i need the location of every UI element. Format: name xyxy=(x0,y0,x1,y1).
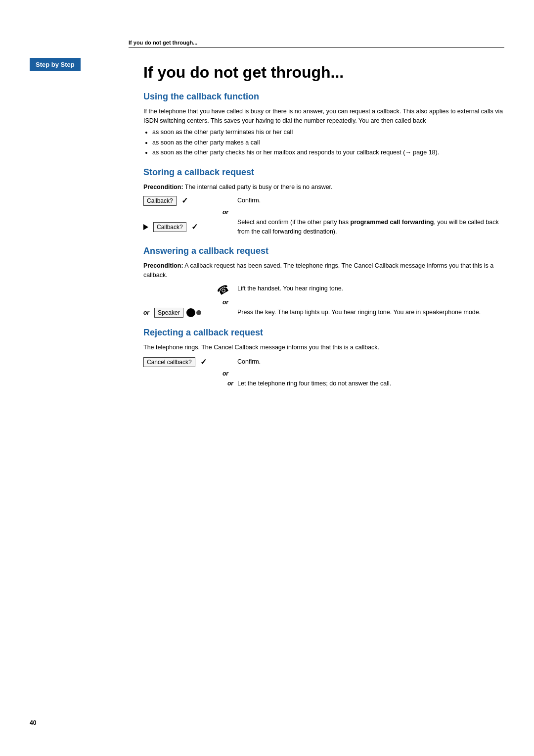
answering-precondition: Precondition: A callback request has bee… xyxy=(143,261,504,280)
storing-step-1-right: Confirm. xyxy=(237,196,504,206)
answering-step-2-right: Press the key. The lamp lights up. You h… xyxy=(237,308,504,318)
speaker-key: Speaker xyxy=(154,308,183,318)
storing-step-1-left: Callback? ✓ xyxy=(143,196,237,206)
or-divider-2: or xyxy=(143,299,504,306)
storing-step-1: Callback? ✓ Confirm. xyxy=(143,196,504,206)
storing-step-2: Callback? ✓ Select and confirm (if the o… xyxy=(143,218,504,236)
or-text-2: or xyxy=(222,299,228,306)
speaker-icon xyxy=(186,308,201,317)
page: If you do not get through... Step by Ste… xyxy=(0,0,534,756)
handset-icon: ☎ xyxy=(215,282,232,298)
callback-bullets: as soon as the other party terminates hi… xyxy=(152,128,504,157)
rejecting-step-1: Cancel callback? ✓ Confirm. xyxy=(143,357,504,367)
left-column: Step by Step xyxy=(30,58,138,391)
storing-precondition: Precondition: The internal called party … xyxy=(143,183,504,192)
step-by-step-label: Step by Step xyxy=(30,58,81,71)
right-column: If you do not get through... Using the c… xyxy=(138,58,504,391)
callback-key-2: Callback? xyxy=(153,222,186,232)
answering-step-2: or Speaker Press the key. The lamp light… xyxy=(143,308,504,318)
arrow-icon xyxy=(143,224,148,230)
or-divider-3: or xyxy=(143,370,504,377)
storing-step-2-left: Callback? ✓ xyxy=(143,218,237,236)
main-title: If you do not get through... xyxy=(143,63,504,82)
rejecting-step-1-right: Confirm. xyxy=(237,357,504,367)
checkmark-3: ✓ xyxy=(200,357,207,367)
using-callback-body: If the telephone that you have called is… xyxy=(143,107,504,157)
storing-step-2-right: Select and confirm (if the other party h… xyxy=(237,218,504,236)
bullet-3: as soon as the other party checks his or… xyxy=(152,148,504,157)
or-text-1: or xyxy=(222,209,228,216)
rejecting-step-2: or Let the telephone ring four times; do… xyxy=(143,379,504,388)
bullet-1: as soon as the other party terminates hi… xyxy=(152,128,504,137)
rejecting-step-2-left: or xyxy=(143,379,237,388)
answering-step-1: ☎ Lift the handset. You hear ringing ton… xyxy=(143,284,504,296)
cancel-callback-key: Cancel callback? xyxy=(143,357,195,367)
callback-key-1: Callback? xyxy=(143,196,177,206)
speaker-circle-small xyxy=(196,310,201,315)
or-inline: or xyxy=(143,309,149,316)
or-text-3: or xyxy=(222,370,228,377)
or-divider-1: or xyxy=(143,209,504,216)
rejecting-step-2-right: Let the telephone ring four times; do no… xyxy=(237,379,504,388)
section-heading-answering-callback: Answering a callback request xyxy=(143,246,504,256)
answering-step-1-left: ☎ xyxy=(143,284,237,296)
checkmark-1: ✓ xyxy=(181,196,188,205)
rejecting-body: The telephone rings. The Cancel Callback… xyxy=(143,343,504,352)
section-heading-storing-callback: Storing a callback request xyxy=(143,167,504,178)
checkmark-2: ✓ xyxy=(191,222,198,232)
or-inline-2: or xyxy=(227,380,233,387)
speaker-circle-large xyxy=(186,308,195,317)
content-area: Step by Step If you do not get through..… xyxy=(30,58,504,391)
section-heading-rejecting-callback: Rejecting a callback request xyxy=(143,328,504,338)
answering-step-2-left: or Speaker xyxy=(143,308,237,318)
section-heading-using-callback: Using the callback function xyxy=(143,92,504,102)
page-number: 40 xyxy=(30,719,36,726)
rejecting-step-1-left: Cancel callback? ✓ xyxy=(143,357,237,367)
answering-step-1-right: Lift the handset. You hear ringing tone. xyxy=(237,284,504,296)
bullet-2: as soon as the other party makes a call xyxy=(152,138,504,147)
breadcrumb: If you do not get through... xyxy=(129,40,504,48)
